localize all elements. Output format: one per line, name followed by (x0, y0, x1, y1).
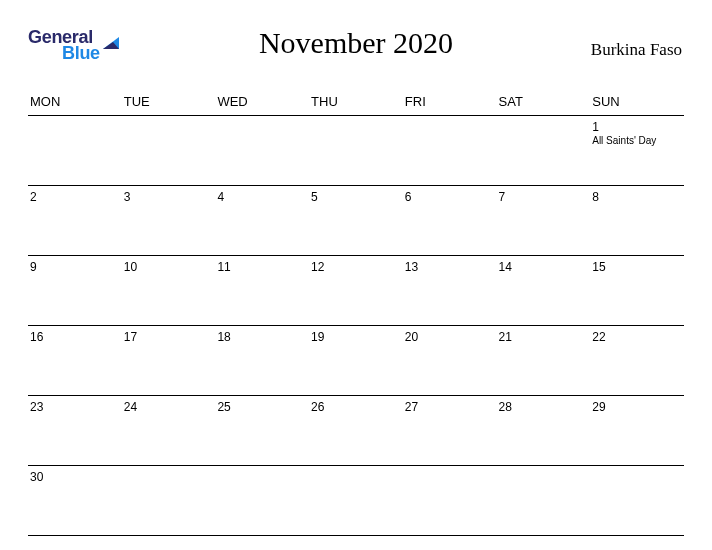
day-number: 12 (311, 260, 401, 274)
dow-header: SAT (497, 90, 591, 116)
day-number: 8 (592, 190, 682, 204)
calendar-day (215, 466, 309, 536)
calendar-country: Burkina Faso (591, 40, 682, 60)
day-number: 13 (405, 260, 495, 274)
calendar-grid: MON TUE WED THU FRI SAT SUN 1All Saints'… (28, 90, 684, 536)
calendar-day (309, 466, 403, 536)
calendar-day: 30 (28, 466, 122, 536)
calendar-day: 20 (403, 326, 497, 396)
day-number: 11 (217, 260, 307, 274)
dow-header: WED (215, 90, 309, 116)
day-number: 7 (499, 190, 589, 204)
calendar-title: November 2020 (28, 26, 684, 60)
calendar-day: 4 (215, 186, 309, 256)
calendar-week: 2345678 (28, 186, 684, 256)
day-number: 19 (311, 330, 401, 344)
day-number: 28 (499, 400, 589, 414)
calendar-day: 13 (403, 256, 497, 326)
calendar-week: 23242526272829 (28, 396, 684, 466)
calendar-day: 7 (497, 186, 591, 256)
calendar-day (122, 466, 216, 536)
calendar-day: 15 (590, 256, 684, 326)
calendar-day: 17 (122, 326, 216, 396)
calendar-day: 22 (590, 326, 684, 396)
day-number: 24 (124, 400, 214, 414)
dow-row: MON TUE WED THU FRI SAT SUN (28, 90, 684, 116)
day-number: 20 (405, 330, 495, 344)
calendar-day: 26 (309, 396, 403, 466)
dow-header: TUE (122, 90, 216, 116)
day-number: 4 (217, 190, 307, 204)
day-number: 16 (30, 330, 120, 344)
day-number: 2 (30, 190, 120, 204)
calendar-day: 27 (403, 396, 497, 466)
dow-header: THU (309, 90, 403, 116)
calendar-week: 1All Saints' Day (28, 116, 684, 186)
day-number: 6 (405, 190, 495, 204)
dow-header: FRI (403, 90, 497, 116)
day-event: All Saints' Day (592, 135, 682, 146)
day-number: 3 (124, 190, 214, 204)
calendar-day: 25 (215, 396, 309, 466)
day-number: 29 (592, 400, 682, 414)
calendar-day: 1All Saints' Day (590, 116, 684, 186)
day-number: 25 (217, 400, 307, 414)
calendar-week: 30 (28, 466, 684, 536)
calendar-day (122, 116, 216, 186)
calendar-day (28, 116, 122, 186)
calendar-day: 12 (309, 256, 403, 326)
day-number: 10 (124, 260, 214, 274)
day-number: 9 (30, 260, 120, 274)
calendar-day: 11 (215, 256, 309, 326)
calendar-day: 14 (497, 256, 591, 326)
day-number: 18 (217, 330, 307, 344)
day-number: 5 (311, 190, 401, 204)
calendar-day (497, 466, 591, 536)
day-number: 15 (592, 260, 682, 274)
calendar-day (497, 116, 591, 186)
dow-header: SUN (590, 90, 684, 116)
calendar-day: 23 (28, 396, 122, 466)
day-number: 26 (311, 400, 401, 414)
calendar-day: 18 (215, 326, 309, 396)
day-number: 17 (124, 330, 214, 344)
calendar-day: 6 (403, 186, 497, 256)
calendar-day (309, 116, 403, 186)
day-number: 14 (499, 260, 589, 274)
calendar-day (215, 116, 309, 186)
calendar-day (403, 116, 497, 186)
dow-header: MON (28, 90, 122, 116)
day-number: 1 (592, 120, 682, 134)
calendar-day: 16 (28, 326, 122, 396)
calendar-day: 29 (590, 396, 684, 466)
calendar-day: 19 (309, 326, 403, 396)
day-number: 30 (30, 470, 120, 484)
calendar-day: 28 (497, 396, 591, 466)
day-number: 23 (30, 400, 120, 414)
calendar-day: 9 (28, 256, 122, 326)
calendar-day: 3 (122, 186, 216, 256)
calendar-day: 8 (590, 186, 684, 256)
calendar-day: 10 (122, 256, 216, 326)
calendar-week: 9101112131415 (28, 256, 684, 326)
calendar-day: 5 (309, 186, 403, 256)
calendar-header: General Blue November 2020 Burkina Faso (28, 20, 684, 82)
calendar-day (590, 466, 684, 536)
day-number: 21 (499, 330, 589, 344)
calendar-day (403, 466, 497, 536)
calendar-week: 16171819202122 (28, 326, 684, 396)
calendar-day: 21 (497, 326, 591, 396)
day-number: 22 (592, 330, 682, 344)
day-number: 27 (405, 400, 495, 414)
calendar-day: 2 (28, 186, 122, 256)
calendar-day: 24 (122, 396, 216, 466)
